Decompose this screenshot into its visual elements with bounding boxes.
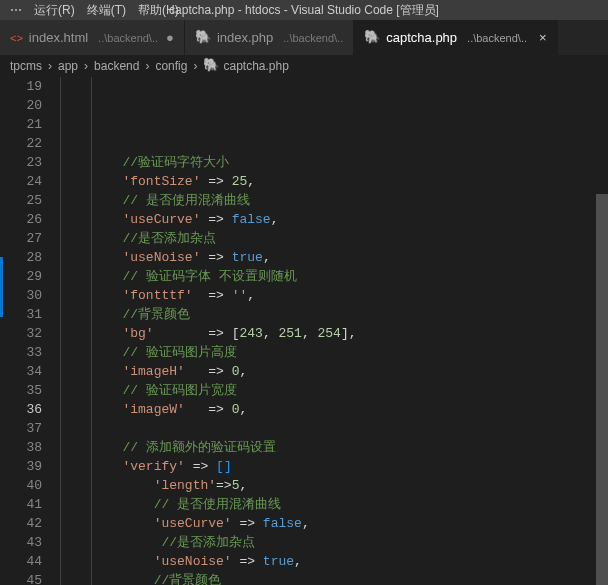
tab-index-php[interactable]: 🐘index.php..\backend\..: [185, 20, 354, 55]
line-number: 43: [0, 533, 42, 552]
line-number: 21: [0, 115, 42, 134]
code-line[interactable]: 'length'=>5,: [60, 476, 608, 495]
html-file-icon: <>: [10, 32, 23, 44]
line-number: 22: [0, 134, 42, 153]
line-number: 26: [0, 210, 42, 229]
line-number: 33: [0, 343, 42, 362]
code-line[interactable]: 'verify' => []: [60, 457, 608, 476]
breadcrumb-segment[interactable]: app: [58, 59, 78, 73]
line-number: 40: [0, 476, 42, 495]
tab-label: index.html: [29, 30, 88, 45]
php-file-icon: 🐘: [364, 29, 380, 44]
php-file-icon: 🐘: [203, 57, 219, 72]
code-line[interactable]: // 是否使用混淆曲线: [60, 191, 608, 210]
menu-item[interactable]: ⋯: [4, 3, 28, 17]
dirty-indicator-icon: ●: [166, 30, 174, 45]
line-number: 38: [0, 438, 42, 457]
code-line[interactable]: 'useNoise' => true,: [60, 248, 608, 267]
code-line[interactable]: //验证码字符大小: [60, 153, 608, 172]
line-number: 31: [0, 305, 42, 324]
breadcrumb-segment[interactable]: backend: [94, 59, 139, 73]
line-number: 32: [0, 324, 42, 343]
code-line[interactable]: 'fontttf' => '',: [60, 286, 608, 305]
tab-description: ..\backend\..: [283, 32, 343, 44]
line-number: 20: [0, 96, 42, 115]
gutter-marker: [0, 257, 3, 317]
code-line[interactable]: // 验证码图片高度: [60, 343, 608, 362]
line-number-gutter: 1920212223242526272829303132333435363738…: [0, 77, 60, 585]
menu-run[interactable]: 运行(R): [28, 2, 81, 19]
code-line[interactable]: 'fontSize' => 25,: [60, 172, 608, 191]
code-line[interactable]: 'imageH' => 0,: [60, 362, 608, 381]
chevron-right-icon: ›: [143, 59, 151, 73]
code-line[interactable]: 'useCurve' => false,: [60, 210, 608, 229]
tab-bar: <>index.html..\backend\..●🐘index.php..\b…: [0, 20, 608, 55]
line-number: 45: [0, 571, 42, 585]
code-line[interactable]: //背景颜色: [60, 571, 608, 585]
vertical-scrollbar[interactable]: [596, 154, 608, 585]
code-line[interactable]: // 添加额外的验证码设置: [60, 438, 608, 457]
tab-label: captcha.php: [386, 30, 457, 45]
code-line[interactable]: // 验证码图片宽度: [60, 381, 608, 400]
line-number: 19: [0, 77, 42, 96]
line-number: 36: [0, 400, 42, 419]
line-number: 28: [0, 248, 42, 267]
line-number: 42: [0, 514, 42, 533]
scroll-thumb[interactable]: [596, 194, 608, 585]
code-line[interactable]: //是否添加杂点: [60, 533, 608, 552]
line-number: 34: [0, 362, 42, 381]
breadcrumb-segment[interactable]: captcha.php: [223, 59, 288, 73]
line-number: 37: [0, 419, 42, 438]
tab-captcha-php[interactable]: 🐘captcha.php..\backend\..×: [354, 20, 557, 55]
line-number: 23: [0, 153, 42, 172]
chevron-right-icon: ›: [46, 59, 54, 73]
line-number: 39: [0, 457, 42, 476]
line-number: 30: [0, 286, 42, 305]
menu-help[interactable]: 帮助(H): [132, 2, 185, 19]
chevron-right-icon: ›: [82, 59, 90, 73]
tab-description: ..\backend\..: [467, 32, 527, 44]
editor[interactable]: 1920212223242526272829303132333435363738…: [0, 77, 608, 585]
breadcrumb-segment[interactable]: tpcms: [10, 59, 42, 73]
indent-guide: [60, 77, 61, 585]
line-number: 35: [0, 381, 42, 400]
line-number: 44: [0, 552, 42, 571]
line-number: 25: [0, 191, 42, 210]
php-file-icon: 🐘: [195, 29, 211, 44]
indent-guide: [91, 77, 92, 585]
code-area[interactable]: //验证码字符大小 'fontSize' => 25, // 是否使用混淆曲线 …: [60, 77, 608, 585]
code-line[interactable]: //是否添加杂点: [60, 229, 608, 248]
tab-label: index.php: [217, 30, 273, 45]
chevron-right-icon: ›: [191, 59, 199, 73]
line-number: 27: [0, 229, 42, 248]
code-line[interactable]: //背景颜色: [60, 305, 608, 324]
tab-index-html[interactable]: <>index.html..\backend\..●: [0, 20, 185, 55]
code-line[interactable]: // 验证码字体 不设置则随机: [60, 267, 608, 286]
code-line[interactable]: 'bg' => [243, 251, 254],: [60, 324, 608, 343]
tab-description: ..\backend\..: [98, 32, 158, 44]
code-line[interactable]: [60, 419, 608, 438]
breadcrumbs[interactable]: tpcms›app›backend›config›🐘captcha.php: [0, 55, 608, 77]
line-number: 41: [0, 495, 42, 514]
menubar: ⋯ 运行(R) 终端(T) 帮助(H): [0, 0, 608, 20]
code-line[interactable]: 'useNoise' => true,: [60, 552, 608, 571]
code-line[interactable]: 'useCurve' => false,: [60, 514, 608, 533]
code-line[interactable]: 'imageW' => 0,: [60, 400, 608, 419]
line-number: 24: [0, 172, 42, 191]
breadcrumb-segment[interactable]: config: [155, 59, 187, 73]
code-line[interactable]: // 是否使用混淆曲线: [60, 495, 608, 514]
close-icon[interactable]: ×: [539, 30, 547, 45]
menu-terminal[interactable]: 终端(T): [81, 2, 132, 19]
line-number: 29: [0, 267, 42, 286]
